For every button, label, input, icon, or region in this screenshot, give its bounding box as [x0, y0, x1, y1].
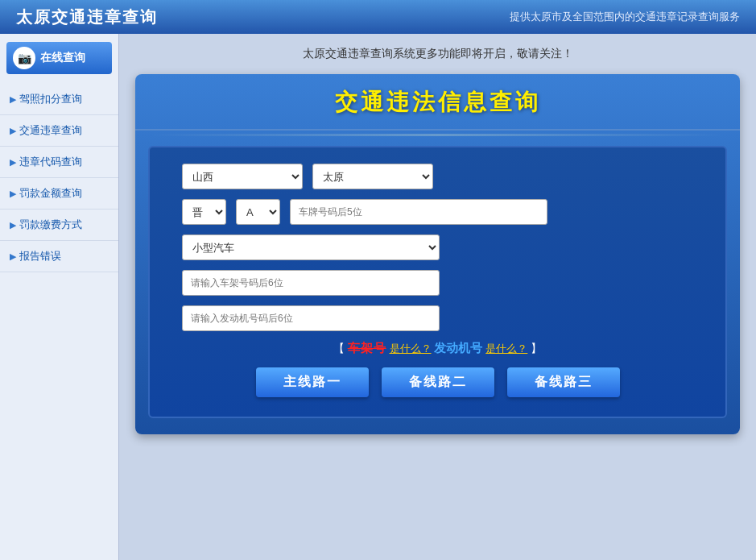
captcha-code2: 发动机号 [434, 341, 482, 355]
province-city-row: 山西 北京 上海 广东 太原 大同 朔州 [182, 164, 693, 189]
plate-prefix2-select[interactable]: A B C D [236, 199, 280, 225]
car-type-select[interactable]: 小型汽车 大型汽车 摩托车 [182, 234, 440, 260]
sidebar-item-label: 罚款金额查询 [19, 186, 82, 201]
form-inner: 山西 北京 上海 广东 太原 大同 朔州 晋 [148, 146, 727, 418]
captcha-bracket-right: 】 [531, 342, 542, 355]
header-title: 太原交通违章查询 [16, 6, 158, 28]
plate-row: 晋 A B C D [182, 199, 693, 225]
arrow-icon: ▶ [10, 189, 16, 199]
sidebar: 📷 在线查询 ▶ 驾照扣分查询 ▶ 交通违章查询 ▶ 违章代码查询 ▶ 罚款金额… [0, 34, 119, 560]
main-layout: 📷 在线查询 ▶ 驾照扣分查询 ▶ 交通违章查询 ▶ 违章代码查询 ▶ 罚款金额… [0, 34, 756, 560]
notice-bar: 太原交通违章查询系统更多功能即将开启，敬请关注！ [135, 44, 740, 64]
arrow-icon: ▶ [10, 157, 16, 168]
arrow-icon: ▶ [10, 220, 16, 230]
arrow-icon: ▶ [10, 94, 16, 105]
sidebar-header: 📷 在线查询 [6, 42, 112, 74]
backup-route2-button[interactable]: 备线路二 [382, 367, 494, 397]
captcha-q2[interactable]: 是什么？ [485, 342, 527, 355]
header: 太原交通违章查询 提供太原市及全国范围内的交通违章记录查询服务 [0, 0, 756, 34]
engine-row [182, 305, 693, 331]
sidebar-item-label: 罚款缴费方式 [19, 218, 82, 232]
title-divider [151, 134, 724, 136]
plate-number-input[interactable] [290, 199, 547, 225]
header-subtitle: 提供太原市及全国范围内的交通违章记录查询服务 [510, 10, 740, 24]
notice-text: 太原交通违章查询系统更多功能即将开启，敬请关注！ [303, 47, 573, 60]
arrow-icon: ▶ [10, 126, 16, 136]
sidebar-item-jiazhaokuofen[interactable]: ▶ 驾照扣分查询 [0, 84, 118, 115]
sidebar-item-label: 交通违章查询 [19, 123, 82, 138]
arrow-icon: ▶ [10, 251, 16, 262]
sidebar-header-text: 在线查询 [40, 51, 85, 65]
form-title: 交通违法信息查询 [135, 74, 740, 131]
main-route-button[interactable]: 主线路一 [256, 367, 369, 397]
captcha-row: 【 车架号 是什么？ 发动机号 是什么？ 】 [182, 341, 693, 356]
province-select[interactable]: 山西 北京 上海 广东 [182, 164, 303, 189]
sidebar-item-label: 报告错误 [19, 249, 61, 263]
sidebar-item-daima[interactable]: ▶ 违章代码查询 [0, 147, 118, 178]
engine-input[interactable] [182, 305, 440, 331]
sidebar-item-fakuan[interactable]: ▶ 罚款金额查询 [0, 178, 118, 209]
sidebar-item-jiaofei[interactable]: ▶ 罚款缴费方式 [0, 209, 118, 241]
plate-prefix1-select[interactable]: 晋 [182, 199, 226, 225]
captcha-q1[interactable]: 是什么？ [390, 342, 432, 355]
sidebar-item-label: 驾照扣分查询 [19, 92, 82, 106]
button-row: 主线路一 备线路二 备线路三 [182, 367, 693, 397]
backup-route3-button[interactable]: 备线路三 [507, 367, 620, 397]
sidebar-item-label: 违章代码查询 [19, 155, 82, 169]
sidebar-item-weizhang[interactable]: ▶ 交通违章查询 [0, 115, 118, 147]
car-type-row: 小型汽车 大型汽车 摩托车 [182, 234, 693, 260]
captcha-bracket-left: 【 [333, 342, 348, 355]
camera-icon: 📷 [13, 47, 35, 69]
chassis-row [182, 270, 693, 296]
content-area: 太原交通违章查询系统更多功能即将开启，敬请关注！ 交通违法信息查询 山西 北京 … [119, 34, 756, 560]
sidebar-item-report-error[interactable]: ▶ 报告错误 [0, 241, 118, 272]
captcha-code1: 车架号 [348, 341, 386, 355]
chassis-input[interactable] [182, 270, 440, 296]
form-card: 交通违法信息查询 山西 北京 上海 广东 太原 大同 朔州 [135, 74, 740, 434]
city-select[interactable]: 太原 大同 朔州 [312, 164, 433, 189]
